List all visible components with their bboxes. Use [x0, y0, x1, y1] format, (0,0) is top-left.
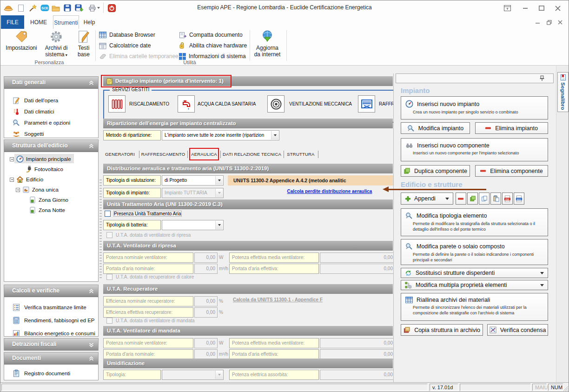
maximize-button[interactable] — [536, 4, 548, 12]
tree-item-zona-giorno[interactable]: Zona Giorno — [29, 195, 68, 205]
calcolatrice-date-button[interactable]: Calcolatrice date — [99, 41, 151, 50]
collapse-icon[interactable] — [89, 356, 94, 361]
dropdown-arrow-icon[interactable] — [271, 131, 278, 140]
sidebar-item-soggetti[interactable]: Soggetti — [4, 128, 98, 140]
incolla-elemento-button[interactable] — [490, 193, 501, 205]
umidificazione-header: Umidificazione — [103, 359, 393, 368]
dropdown-arrow-icon[interactable] — [215, 221, 223, 229]
compatta-documento-button[interactable]: Compatta documento — [179, 31, 243, 39]
tab-raffrescamento[interactable]: RAFFRESCAMENTO — [141, 149, 185, 160]
tipologia-batteria-select[interactable] — [162, 220, 224, 230]
tab-help[interactable]: Help — [80, 15, 99, 29]
panel-detrazioni-header[interactable]: Detrazioni fiscali — [4, 339, 98, 351]
panel-documenti-header[interactable]: Documenti — [4, 352, 98, 365]
tab-strumenti[interactable]: Strumenti — [53, 15, 79, 29]
umidificazione-tipologia-label: Tipologia: — [103, 370, 161, 380]
appendi-button[interactable]: Appendi — [401, 193, 453, 205]
sidebar-item-verifica-trasmittanze[interactable]: Verifica trasmittanze limite — [4, 302, 98, 313]
collapse-box-icon[interactable] — [10, 157, 14, 161]
elimina-elemento-button[interactable] — [456, 193, 466, 205]
collapse-icon[interactable] — [89, 80, 94, 86]
esporta-pdf-button[interactable]: PDF — [502, 193, 513, 205]
collapse-icon[interactable] — [89, 289, 94, 294]
mdi-restore-button[interactable] — [544, 19, 554, 26]
ribbon-collapse-button[interactable] — [501, 4, 513, 12]
duplica-componente-button[interactable]: Duplica componente — [401, 165, 470, 177]
tree-item-impianto-principale[interactable]: Impianto principale — [10, 154, 71, 164]
tree-item-edificio[interactable]: Edificio — [10, 174, 43, 185]
resize-grip[interactable] — [563, 386, 569, 392]
presenza-uta-checkbox[interactable]: Presenza Unità Trattamento Aria — [105, 211, 181, 217]
minimize-button[interactable] — [519, 4, 531, 12]
database-browser-button[interactable]: Database Browser — [99, 31, 155, 39]
ventilatore-ripresa-header: U.T.A. Ventilatore di ripresa — [103, 241, 393, 251]
panel-calcoli-header[interactable]: Calcoli e verifiche — [4, 285, 98, 297]
esporta-doc-button[interactable]: DOC — [514, 193, 524, 205]
informazioni-sistema-label: Informazioni di sistema — [189, 53, 246, 60]
sidebar-item-dati-climatici[interactable]: Dati climatici — [4, 106, 98, 117]
mdi-minimize-button[interactable] — [533, 19, 543, 26]
collapse-box-icon[interactable] — [10, 178, 14, 182]
modifica-parete-button[interactable]: Modifica parete o solaio composto Permet… — [401, 239, 548, 265]
globe-icon — [253, 30, 282, 44]
sidebar-item-parametri[interactable]: Parametri e opzioni — [4, 117, 98, 128]
tab-home[interactable]: HOME — [25, 15, 53, 29]
raffrescamento-icon[interactable] — [358, 95, 375, 113]
tree-item-label: Edificio — [26, 177, 43, 182]
modifica-multipla-button[interactable]: Modifica multipla proprietà elementi — [401, 280, 548, 290]
tab-struttura[interactable]: STRUTTURA — [285, 149, 316, 160]
checkbox-icon[interactable] — [105, 211, 111, 217]
tree-item-zona-unica[interactable]: Zona unica — [16, 185, 59, 195]
sidebar-item-rendimenti[interactable]: Rendimenti, fabbisogni ed EP — [4, 315, 98, 326]
unit-pct: % — [219, 296, 223, 306]
collapse-box-icon[interactable] — [16, 188, 20, 192]
uta-title: Unità Trattamento Aria (UNI 11300-2:2019… — [107, 201, 223, 207]
archivi-di-sistema-button[interactable]: Archivi di sistema ▾ — [40, 30, 73, 59]
sidebar-item-dati-opera[interactable]: Dati dell'opera — [4, 95, 98, 106]
panel-dati-generali-header[interactable]: Dati generali — [4, 77, 98, 89]
riallinea-archivi-button[interactable]: Riallinea archivi dei materiali Permette… — [401, 293, 548, 321]
dropdown-arrow-icon[interactable] — [215, 176, 223, 185]
recuperatore-title: U.T.A. Recuperatore — [107, 286, 158, 292]
copia-elemento-button[interactable] — [479, 193, 490, 205]
collapse-icon[interactable] — [89, 144, 94, 149]
inserisci-nuovo-impianto-button[interactable]: Inserisci nuovo impianto Crea un nuovo i… — [401, 96, 548, 120]
impostazioni-button[interactable]: Impostazioni — [5, 30, 38, 51]
testi-base-button[interactable]: Testi base — [73, 30, 94, 58]
copia-struttura-button[interactable]: Copia struttura in archivio — [401, 324, 483, 336]
segnalibro-tab[interactable]: Segnalibro — [557, 72, 569, 112]
riscaldamento-icon[interactable] — [108, 95, 126, 113]
aggiorna-internet-button[interactable]: Aggiorna da internet — [253, 30, 282, 58]
umidificazione-title: Umidificazione — [107, 360, 145, 366]
panel-struttura-header[interactable]: Struttura dell'edificio — [4, 140, 98, 152]
modifica-impianto-button[interactable]: Modifica impianto — [401, 122, 470, 134]
acqua-calda-icon[interactable] — [178, 95, 195, 113]
expand-icon[interactable] — [89, 342, 94, 347]
abilita-chiave-button[interactable]: Abilita chiave hardware — [179, 41, 247, 50]
table-icon — [99, 32, 106, 38]
tipologia-valutazione-select[interactable]: di Progetto — [162, 175, 224, 186]
duplica-elemento-button[interactable] — [467, 193, 478, 205]
splitter-handle[interactable] — [99, 179, 102, 278]
elimina-componente-button[interactable]: Elimina componente — [475, 165, 548, 177]
tree-item-zona-notte[interactable]: Zona Notte — [29, 205, 65, 215]
sidebar-item-registro-documenti[interactable]: Registro documenti — [4, 368, 98, 379]
close-button[interactable] — [552, 4, 564, 12]
sidebar-item-bilancio[interactable]: Bilancio energetico e consumi — [4, 328, 98, 339]
tab-dati-relazione[interactable]: DATI RELAZIONE TECNICA — [222, 149, 282, 160]
verifica-condensa-button[interactable]: Verifica condensa — [487, 324, 548, 336]
tree-item-fotovoltaico[interactable]: Fotovoltaico — [25, 164, 63, 174]
mdi-close-button[interactable] — [555, 19, 565, 26]
elimina-impianto-button[interactable]: Elimina impianto — [475, 122, 548, 134]
tab-generatori[interactable]: GENERATORI — [103, 149, 137, 160]
calcola-perdite-link[interactable]: Calcola perdite distribuzione aeraulica — [278, 189, 382, 194]
thermometer-icon — [13, 108, 20, 115]
inserisci-nuovo-componente-button[interactable]: Inserisci nuovo componente Inserisci un … — [401, 138, 548, 161]
gear-icon — [40, 30, 73, 44]
tab-file[interactable]: FILE — [1, 15, 24, 29]
pin-icon[interactable] — [539, 75, 545, 81]
ventilazione-icon[interactable] — [267, 95, 284, 113]
modifica-tipologia-button[interactable]: Modifica tipologia elemento Permette di … — [401, 208, 548, 236]
sostituisci-strutture-button[interactable]: Sostituisci strutture disperdenti — [401, 268, 548, 278]
metodo-ripartizione-select[interactable]: L'impianto serve tutte le zone inserite … — [162, 130, 279, 140]
